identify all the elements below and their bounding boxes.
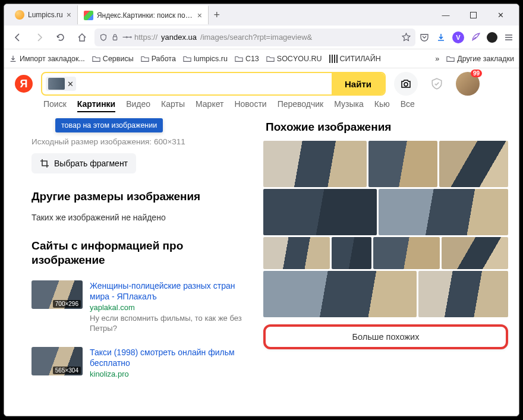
search-input[interactable]: [76, 73, 332, 94]
tab-yandex-images[interactable]: Яндекс.Картинки: поиск по из ×: [78, 5, 209, 24]
similar-grid: [263, 141, 508, 317]
similar-thumb[interactable]: [379, 189, 508, 235]
more-label: Больше похожих: [352, 332, 420, 342]
nav-translate[interactable]: Переводчик: [278, 99, 324, 112]
yandex-logo[interactable]: Я: [15, 75, 33, 93]
nav-music[interactable]: Музыка: [334, 99, 364, 112]
similar-heading: Похожие изображения: [266, 121, 508, 134]
address-bar[interactable]: ⊸⊸ https://yandex.ua/images/search?rpt=i…: [94, 29, 415, 46]
extension-v-icon[interactable]: V: [452, 31, 464, 43]
home-button[interactable]: [73, 29, 91, 46]
reload-button[interactable]: [52, 29, 70, 46]
tab-lumpics[interactable]: Lumpics.ru ×: [9, 5, 78, 24]
feather-icon[interactable]: [470, 32, 481, 43]
window-close-button[interactable]: ✕: [487, 5, 514, 24]
svg-rect-0: [470, 12, 476, 18]
browser-window: Lumpics.ru × Яндекс.Картинки: поиск по и…: [4, 4, 519, 416]
similar-thumb[interactable]: [263, 237, 330, 269]
no-sizes-text: Таких же изображений не найдено: [31, 213, 251, 222]
menu-icon[interactable]: [503, 32, 514, 43]
crop-label: Выбрать фрагмент: [54, 159, 128, 168]
close-icon[interactable]: ×: [197, 11, 202, 20]
site-domain: kinoliza.pro: [90, 370, 251, 378]
tab-title: Lumpics.ru: [28, 11, 63, 19]
extension-dark-icon[interactable]: [487, 32, 497, 43]
close-icon[interactable]: ×: [67, 10, 71, 20]
tab-strip: Lumpics.ru × Яндекс.Картинки: поиск по и…: [4, 4, 519, 26]
download-icon[interactable]: [436, 32, 446, 43]
import-bookmarks[interactable]: Импорт закладок...: [9, 55, 85, 63]
bookmark-label: СИТИЛАЙН: [340, 55, 381, 63]
back-button[interactable]: [9, 29, 27, 46]
similar-thumb[interactable]: [368, 141, 437, 187]
bookmark-star-icon[interactable]: [402, 33, 411, 42]
forward-button[interactable]: [30, 29, 48, 46]
other-sizes-heading: Другие размеры изображения: [31, 190, 251, 203]
url-protocol: https://: [134, 33, 157, 42]
search-button[interactable]: Найти: [332, 73, 385, 94]
favicon-yandex: [84, 11, 93, 20]
nav-all[interactable]: Все: [401, 99, 415, 112]
url-path: /images/search?rpt=imageview&: [200, 33, 398, 42]
permissions-icon: ⊸⊸: [122, 33, 131, 41]
user-avatar[interactable]: 99: [456, 72, 480, 96]
nav-q[interactable]: Кью: [374, 99, 390, 112]
bookmark-overflow[interactable]: »: [435, 55, 439, 63]
bookmark-sitilain[interactable]: СИТИЛАЙН: [329, 55, 381, 63]
crop-icon: [40, 159, 49, 168]
site-result[interactable]: 565×304 Такси (1998) смотреть онлайн фил…: [31, 347, 251, 378]
similar-thumb[interactable]: [442, 237, 508, 269]
page-content: Я ✕ Найти 99 Поиск Картинки Видео: [4, 68, 519, 416]
thumbnail-dimensions: 565×304: [53, 367, 81, 374]
yandex-header: Я ✕ Найти 99: [4, 68, 519, 99]
chip-remove-icon[interactable]: ✕: [67, 80, 74, 89]
bookmark-label: lumpics.ru: [194, 55, 228, 63]
bookmark-bar: Импорт закладок... Сервисы Работа lumpic…: [4, 49, 519, 68]
similar-thumb[interactable]: [263, 189, 377, 235]
similar-thumb[interactable]: [373, 237, 440, 269]
pocket-icon[interactable]: [419, 32, 430, 43]
overflow-label: »: [435, 55, 439, 63]
bookmark-folder-c13[interactable]: C13: [235, 55, 259, 63]
similar-thumb[interactable]: [332, 237, 371, 269]
similar-thumb[interactable]: [439, 141, 508, 187]
product-chip[interactable]: товар на этом изображении: [55, 118, 163, 132]
site-result[interactable]: 700×296 Женщины-полицейские разных стран…: [31, 280, 251, 334]
search-bar: ✕ Найти: [41, 72, 386, 96]
bookmark-label: Работа: [152, 55, 176, 63]
right-column: Похожие изображения: [263, 118, 508, 410]
original-size-text: Исходный размер изображения: 600×311: [31, 137, 251, 146]
import-label: Импорт закладок...: [20, 55, 85, 63]
favicon-sitilain: [329, 55, 338, 63]
similar-thumb[interactable]: [263, 271, 417, 317]
site-title[interactable]: Такси (1998) смотреть онлайн фильм беспл…: [90, 347, 251, 368]
other-bookmarks[interactable]: Другие закладки: [446, 55, 514, 63]
similar-thumb[interactable]: [418, 271, 508, 317]
bookmark-folder-services[interactable]: Сервисы: [92, 55, 134, 63]
svg-point-2: [404, 83, 408, 86]
lock-icon: [111, 33, 119, 41]
thumbnail-dimensions: 700×296: [53, 300, 81, 308]
nav-maps[interactable]: Карты: [161, 99, 185, 112]
site-title[interactable]: Женщины-полицейские разных стран мира - …: [90, 280, 251, 302]
minimize-button[interactable]: —: [432, 5, 459, 24]
protect-icon[interactable]: [426, 73, 448, 94]
bookmark-folder-socyou[interactable]: SOCYOU.RU: [266, 55, 322, 63]
site-domain: yaplakal.com: [90, 303, 251, 312]
bookmark-label: Сервисы: [103, 55, 134, 63]
crop-button[interactable]: Выбрать фрагмент: [31, 153, 136, 173]
maximize-button[interactable]: [459, 5, 487, 24]
search-image-chip: ✕: [46, 77, 76, 91]
nav-search[interactable]: Поиск: [43, 99, 67, 112]
camera-search-button[interactable]: [394, 72, 418, 96]
bookmark-folder-work[interactable]: Работа: [141, 55, 176, 63]
nav-market[interactable]: Маркет: [196, 99, 223, 112]
nav-news[interactable]: Новости: [234, 99, 266, 112]
nav-video[interactable]: Видео: [126, 99, 150, 112]
shield-icon: [99, 33, 108, 42]
bookmark-folder-lumpics[interactable]: lumpics.ru: [183, 55, 228, 63]
nav-images[interactable]: Картинки: [77, 99, 115, 112]
similar-thumb[interactable]: [263, 141, 367, 187]
new-tab-button[interactable]: +: [209, 7, 225, 23]
more-similar-button[interactable]: Больше похожих: [263, 324, 508, 349]
